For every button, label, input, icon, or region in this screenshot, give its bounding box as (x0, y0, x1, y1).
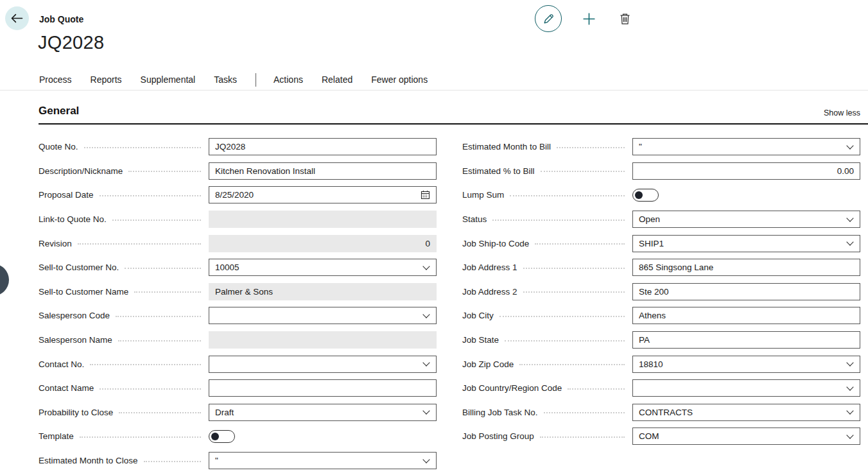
field-wrap (209, 356, 437, 373)
menu-item-process[interactable]: Process (39, 74, 72, 85)
field-wrap: COM (632, 428, 860, 445)
show-less-link[interactable]: Show less (824, 108, 868, 117)
field-value: Draft (215, 408, 419, 417)
field-label: Job City (462, 311, 494, 320)
chevron-down-icon (422, 263, 430, 270)
dropdown-select[interactable]: " (209, 452, 437, 469)
field-wrap: Palmer & Sons (209, 283, 437, 300)
form-row: StatusOpen (462, 207, 860, 232)
field-label: Sell-to Customer No. (39, 263, 119, 272)
field-label: Job Posting Group (462, 431, 534, 441)
menu-item-fewer-options[interactable]: Fewer options (371, 74, 428, 85)
form-row: Job Posting GroupCOM (462, 424, 860, 449)
dropdown-select[interactable]: 10005 (209, 259, 437, 276)
dotted-leader (535, 243, 625, 245)
field-label: Probability to Close (39, 408, 113, 417)
form-row: Job Zip Code18810 (462, 352, 860, 376)
menu-item-supplemental[interactable]: Supplemental (141, 74, 196, 85)
dropdown-select[interactable] (632, 379, 860, 397)
field-value: 18810 (639, 359, 842, 369)
field-value: 0 (215, 239, 430, 248)
field-label: Sell-to Customer Name (39, 287, 128, 297)
field-value: JQ2028 (215, 142, 430, 151)
text-input[interactable]: 865 Singsong Lane (632, 259, 860, 276)
text-input[interactable]: JQ2028 (209, 138, 437, 155)
field-value: Open (639, 214, 842, 224)
field-label: Quote No. (39, 142, 78, 151)
dotted-leader (80, 436, 201, 438)
field-label: Link-to Quote No. (39, 214, 107, 224)
field-value: Ste 200 (639, 287, 854, 297)
text-input[interactable] (209, 379, 437, 397)
field-wrap: 10005 (209, 259, 437, 276)
menu-item-reports[interactable]: Reports (91, 74, 122, 85)
dropdown-select[interactable]: " (632, 138, 860, 155)
trash-icon (619, 12, 631, 26)
field-value: Kitchen Renovation Install (215, 166, 430, 176)
readonly-field: 0 (209, 235, 437, 252)
number-input[interactable]: 0.00 (632, 162, 860, 180)
field-label: Revision (39, 239, 72, 248)
dropdown-select[interactable]: Open (632, 211, 860, 228)
dotted-leader (116, 316, 201, 317)
field-value: Palmer & Sons (215, 287, 430, 297)
arrow-left-icon (11, 13, 23, 23)
section-title: General (39, 105, 79, 117)
form-row: Estimated Month to Bill" (462, 135, 860, 159)
field-wrap: 18810 (632, 356, 860, 373)
general-form: Quote No.JQ2028Description/NicknameKitch… (39, 135, 860, 472)
back-button[interactable] (5, 6, 29, 30)
field-wrap (209, 307, 437, 324)
edit-button[interactable] (535, 5, 562, 32)
dropdown-select[interactable]: 18810 (632, 356, 860, 373)
toggle-switch[interactable] (632, 189, 659, 202)
dropdown-select[interactable]: COM (632, 428, 860, 445)
breadcrumb: Job Quote (39, 14, 83, 24)
toggle-knob (635, 191, 643, 199)
form-row: Job StatePA (462, 328, 860, 352)
field-label: Salesperson Name (39, 335, 112, 345)
page-header: Job Quote JQ2028 (0, 0, 868, 63)
field-label: Description/Nickname (39, 166, 123, 176)
dotted-leader (78, 243, 201, 245)
field-value: 8/25/2020 (215, 190, 415, 200)
dotted-leader (119, 412, 201, 413)
text-input[interactable]: Ste 200 (632, 283, 860, 300)
text-input[interactable]: Athens (632, 307, 860, 324)
chevron-down-icon (846, 383, 853, 390)
toggle-switch[interactable] (209, 430, 235, 443)
dotted-leader (125, 268, 201, 269)
field-wrap: Draft (209, 404, 437, 421)
dotted-leader (510, 195, 625, 196)
dotted-leader (492, 220, 625, 221)
dotted-leader (112, 220, 201, 221)
form-column-right: Estimated Month to Bill"Estimated % to B… (462, 135, 860, 472)
field-value: " (639, 142, 842, 151)
form-row: Estimated Month to Close" (39, 449, 437, 473)
form-row: Template (39, 424, 437, 449)
side-peek-button[interactable] (0, 264, 9, 296)
date-input[interactable]: 8/25/2020 (209, 186, 437, 203)
text-input[interactable]: Kitchen Renovation Install (209, 162, 437, 180)
field-value: 10005 (215, 263, 419, 272)
dropdown-select[interactable]: SHIP1 (632, 235, 860, 252)
dropdown-select[interactable]: CONTRACTS (632, 404, 860, 421)
form-row: Sell-to Customer NamePalmer & Sons (39, 280, 437, 304)
field-wrap: Open (632, 211, 860, 228)
text-input[interactable]: PA (632, 331, 860, 349)
dotted-leader (144, 461, 201, 462)
menu-item-tasks[interactable]: Tasks (214, 74, 237, 85)
menu-item-actions[interactable]: Actions (273, 74, 303, 85)
calendar-icon[interactable] (421, 190, 430, 200)
dotted-leader (523, 268, 625, 269)
chevron-down-icon (422, 456, 430, 463)
menu-item-related[interactable]: Related (322, 74, 352, 85)
dropdown-select[interactable]: Draft (209, 404, 437, 421)
delete-button[interactable] (616, 10, 634, 28)
dotted-leader (134, 291, 201, 293)
dropdown-select[interactable] (209, 307, 437, 324)
add-button[interactable] (580, 10, 598, 28)
field-wrap: SHIP1 (632, 235, 860, 252)
field-value: CONTRACTS (639, 408, 842, 417)
dropdown-select[interactable] (209, 356, 437, 373)
